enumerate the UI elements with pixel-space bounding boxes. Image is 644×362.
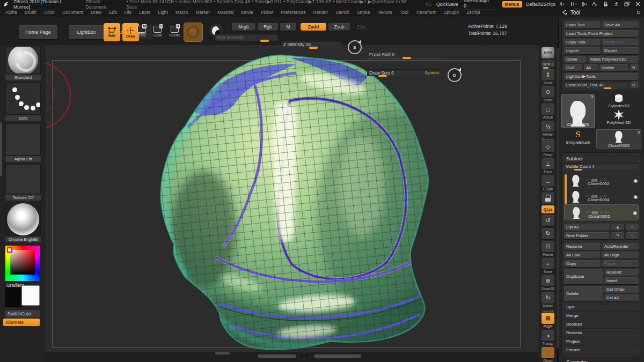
goz-r-button[interactable]: R xyxy=(630,64,639,71)
stroke-type-button[interactable] xyxy=(184,23,203,42)
canvas-hscrollbar[interactable] xyxy=(215,352,230,354)
subtool-op-button[interactable]: Project xyxy=(564,337,639,346)
mesh-tool2-icon[interactable] xyxy=(591,1,598,7)
load-tools-from-project-button[interactable]: Load Tools From Project xyxy=(564,30,639,37)
panel-restore-icon[interactable]: ↻ xyxy=(636,10,641,16)
restore-icon[interactable] xyxy=(624,1,630,7)
tray-scrollbar-right[interactable] xyxy=(314,354,361,358)
subtool-op-button[interactable]: Split xyxy=(564,303,639,312)
menu-item[interactable]: Alpha xyxy=(5,10,17,15)
sculpt-dial-icon[interactable]: S xyxy=(348,40,362,54)
menu-item[interactable]: Light xyxy=(158,10,168,15)
strip-button[interactable]: Dynamic ◇ Persp xyxy=(541,138,554,157)
subtool-op-button[interactable]: Remesh xyxy=(564,329,639,337)
menu-item[interactable]: Zscript xyxy=(466,10,480,15)
copy-tool-button[interactable]: Copy Tool xyxy=(564,39,601,46)
menu-item[interactable]: Picker xyxy=(261,10,274,15)
strip-button[interactable]: SPix 3 xyxy=(541,60,555,68)
home-page-button[interactable]: Home Page xyxy=(19,25,57,39)
subtool-item[interactable]: ↶◑✎ ◉ Close!0002 xyxy=(564,172,639,188)
draw-dial-icon[interactable]: D xyxy=(448,68,462,82)
menu-item[interactable]: Marker xyxy=(196,10,210,15)
strip-button[interactable]: □ Actual xyxy=(541,104,554,119)
goz-button[interactable]: GoZ xyxy=(564,64,582,71)
visibility-eye-icon[interactable]: ◉ xyxy=(633,210,637,216)
import-button[interactable]: Import xyxy=(564,47,601,54)
scale-button[interactable]: S Scale xyxy=(153,26,163,37)
paste-tool-button[interactable]: Paste Tool xyxy=(602,39,639,46)
texture-thumbnail[interactable]: Texture Off xyxy=(5,164,41,201)
export-button[interactable]: Export xyxy=(602,47,639,54)
zsub-button[interactable]: Zsub xyxy=(328,23,350,31)
rotate-button[interactable]: R Rotate xyxy=(169,26,180,37)
panel-pin-icon[interactable] xyxy=(562,10,567,15)
alternate-button[interactable]: Alternate xyxy=(3,319,40,326)
z-intensity-slider[interactable]: Z Intensity 25 xyxy=(281,41,341,48)
tool-thumbnail-polymesh[interactable]: PolyMesh3D xyxy=(596,109,641,125)
duplicate-button[interactable]: Duplicate xyxy=(564,269,603,284)
menu-item[interactable]: Document xyxy=(62,10,83,15)
move-out-folder-button[interactable]: ↳ xyxy=(626,232,639,239)
menu-item[interactable]: Edit xyxy=(109,10,117,15)
strip-button[interactable]: ⊥ Floor xyxy=(541,158,554,174)
delete-button[interactable]: Delete xyxy=(564,286,603,301)
subtool-item[interactable]: ↶◑✎ ◉ Close!0005 xyxy=(564,204,639,220)
strip-button[interactable]: + Move xyxy=(541,258,554,274)
subtool-down-button[interactable]: ▼ xyxy=(626,224,639,231)
m-button[interactable]: M xyxy=(280,23,296,31)
visibility-eye-icon[interactable]: ◉ xyxy=(633,178,638,183)
secondary-color-swatch[interactable] xyxy=(21,285,40,306)
alpha-thumbnail[interactable]: Alpha Off xyxy=(5,123,41,162)
color-swatches[interactable] xyxy=(5,285,41,307)
list-all-button[interactable]: List All xyxy=(564,224,610,231)
tray-scrollbar-left[interactable] xyxy=(258,354,296,358)
new-folder-button[interactable]: New Folder xyxy=(564,232,610,239)
main-color-swatch[interactable] xyxy=(5,287,23,307)
load-tool-button[interactable]: Load Tool xyxy=(564,21,601,28)
menu-item[interactable]: File xyxy=(125,10,132,15)
tool-thumbnail-simplebrush[interactable]: S SimpleBrush xyxy=(561,129,595,149)
move-button[interactable]: M Move xyxy=(137,26,146,37)
subtool-header[interactable]: Subtool xyxy=(566,156,638,161)
strip-button[interactable]: ↻ xyxy=(541,228,554,239)
menu-item[interactable]: Texture xyxy=(377,10,392,15)
paste-button[interactable]: Paste xyxy=(602,260,639,267)
save-as-button[interactable]: Save As xyxy=(602,21,639,28)
strip-button[interactable] xyxy=(541,193,554,204)
visible-count-slider[interactable]: Visible Count 4 xyxy=(564,163,639,170)
menu-item[interactable]: Macro xyxy=(175,10,188,15)
mesh-tool-icon[interactable] xyxy=(581,1,587,7)
menu-item[interactable]: Transform xyxy=(416,10,436,15)
menu-item[interactable]: Zplugin xyxy=(444,10,459,15)
strip-button[interactable]: ⊕ Zoom3D xyxy=(541,275,555,291)
goz-visible-button[interactable]: Visible xyxy=(599,64,628,71)
menu-item[interactable]: Movie xyxy=(241,10,253,15)
subtool-item[interactable]: ↶◑✎ ◉ Close!0004 xyxy=(564,188,639,204)
edit-button[interactable]: Edit xyxy=(104,23,120,41)
all-low-button[interactable]: All Low xyxy=(564,252,601,258)
del-other-button[interactable]: Del Other xyxy=(604,286,639,293)
strip-button[interactable]: ⊡ Frame xyxy=(541,241,554,256)
strip-button[interactable]: ◑ Transp xyxy=(541,330,554,345)
menu-item[interactable]: Color xyxy=(44,10,55,15)
del-all-button[interactable]: Del All xyxy=(604,294,639,301)
sidebar-scrollbar[interactable] xyxy=(0,122,2,176)
menu-item[interactable]: Stroke xyxy=(357,10,370,15)
default-zscript-button[interactable]: DefaultZScript xyxy=(526,2,555,7)
strip-button[interactable]: Line Fill ⊞ PolyF xyxy=(541,309,554,328)
model-viewport[interactable] xyxy=(156,53,494,352)
slider-config-icon[interactable] xyxy=(559,1,566,7)
quicksave-button[interactable]: QuickSave xyxy=(436,2,458,7)
menus-button[interactable]: Menus xyxy=(502,1,522,8)
active-tool-thumbnail[interactable]: 3 Close!0005 xyxy=(561,94,595,128)
geometry-section[interactable]: Geometry xyxy=(566,359,644,362)
tray-toggle-arrows[interactable]: ▲▼ xyxy=(299,353,310,358)
strip-button[interactable]: ↻ Rotate xyxy=(541,292,554,308)
subtool-op-button[interactable]: Merge xyxy=(564,312,639,320)
menu-item[interactable]: Brush xyxy=(25,10,36,15)
focal-shift-slider[interactable]: Focal Shift 0 xyxy=(367,51,441,58)
strip-button[interactable]: ◌ Ghost xyxy=(541,347,554,362)
clone-button[interactable]: Clone xyxy=(564,56,587,63)
menu-item[interactable]: Preferences xyxy=(281,10,306,15)
see-through-slider[interactable]: See-through 0 xyxy=(463,0,498,10)
